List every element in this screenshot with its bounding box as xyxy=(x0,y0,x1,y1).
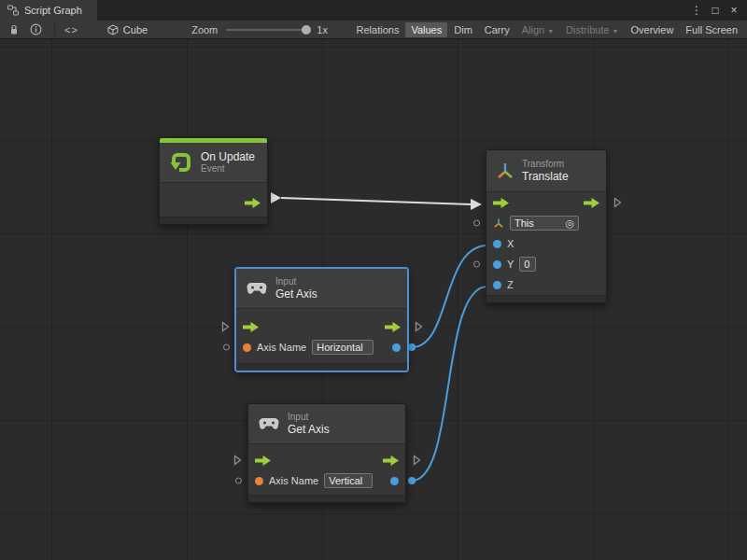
target-picker-icon[interactable]: ◎ xyxy=(565,218,574,229)
script-graph-window: Script Graph ⋮ □ × <> Cube Zoom 1x xyxy=(0,0,747,560)
connection-start-port[interactable] xyxy=(408,477,416,484)
fullscreen-button[interactable]: Full Screen xyxy=(680,22,743,37)
node-header[interactable]: Input Get Axis xyxy=(236,269,407,308)
node-category: Input xyxy=(275,276,317,287)
connection-flow-onupdate-translate[interactable] xyxy=(271,192,482,210)
flow-output-icon[interactable] xyxy=(584,198,599,208)
flow-input-icon[interactable] xyxy=(255,455,271,466)
port-row-y: Y xyxy=(486,254,606,274)
axis-name-label: Axis Name xyxy=(257,342,306,353)
carry-button[interactable]: Carry xyxy=(479,22,515,37)
port-row-axis-name: Axis Name xyxy=(248,470,405,491)
graph-icon xyxy=(7,5,19,16)
y-port-icon[interactable] xyxy=(493,260,501,269)
port-row-axis-name: Axis Name xyxy=(236,337,407,357)
toolbar-divider xyxy=(54,23,55,35)
flow-output-port[interactable] xyxy=(613,197,622,208)
target-row: This ◎ xyxy=(486,213,606,233)
flow-row xyxy=(236,316,407,337)
flow-output-port[interactable] xyxy=(415,321,423,332)
relations-button[interactable]: Relations xyxy=(351,22,405,37)
target-input-port[interactable] xyxy=(473,220,480,227)
distribute-button[interactable]: Distribute▼ xyxy=(560,22,624,37)
this-label: This xyxy=(514,217,534,229)
connection-start-port[interactable] xyxy=(408,343,416,351)
code-preview-icon[interactable]: <> xyxy=(64,24,78,35)
port-row-x: X xyxy=(486,233,606,254)
transform-gizmo-icon xyxy=(496,161,514,180)
graph-canvas[interactable]: On Update Event xyxy=(0,39,747,560)
node-footer xyxy=(236,363,407,371)
graph-target[interactable]: Cube xyxy=(107,24,148,35)
axis-name-input-port[interactable] xyxy=(223,344,230,351)
flow-output-icon[interactable] xyxy=(245,198,261,208)
axis-name-input-port[interactable] xyxy=(235,478,242,484)
flow-output-port[interactable] xyxy=(413,455,421,466)
node-header[interactable]: On Update Event xyxy=(160,143,267,182)
dim-button[interactable]: Dim xyxy=(448,22,478,37)
toolbar-buttons: Relations Values Dim Carry Align▼ Distri… xyxy=(351,22,743,37)
node-title: Translate xyxy=(522,170,569,183)
flow-output-icon[interactable] xyxy=(383,455,399,466)
align-button[interactable]: Align▼ xyxy=(516,22,559,37)
graph-toolbar: <> Cube Zoom 1x Relations Values Dim Car… xyxy=(0,21,747,39)
node-footer xyxy=(248,495,405,502)
y-value-input[interactable] xyxy=(519,257,536,272)
flow-input-icon[interactable] xyxy=(243,322,259,332)
axis-name-label: Axis Name xyxy=(269,475,318,486)
flow-input-port[interactable] xyxy=(221,321,230,332)
result-output-port[interactable] xyxy=(390,477,399,485)
flow-output-icon[interactable] xyxy=(385,322,401,332)
gamepad-icon xyxy=(246,282,268,295)
axis-name-input[interactable] xyxy=(324,473,373,488)
window-close-icon[interactable]: × xyxy=(726,4,742,17)
flow-row xyxy=(248,450,405,470)
node-on-update[interactable]: On Update Event xyxy=(159,137,268,225)
result-output-port[interactable] xyxy=(392,343,401,352)
lock-icon[interactable] xyxy=(6,24,22,35)
node-footer xyxy=(486,295,606,302)
node-header[interactable]: Input Get Axis xyxy=(248,404,405,443)
tab-title: Script Graph xyxy=(24,5,82,16)
zoom-control: Zoom 1x xyxy=(191,24,328,35)
y-label: Y xyxy=(507,259,514,270)
string-port-icon[interactable] xyxy=(243,343,251,352)
node-get-axis-vertical[interactable]: Input Get Axis xyxy=(247,403,406,503)
zoom-label: Zoom xyxy=(191,24,218,35)
node-translate[interactable]: Transform Translate xyxy=(486,149,607,303)
values-button[interactable]: Values xyxy=(405,22,447,37)
cube-icon xyxy=(107,24,119,35)
window-menu-icon[interactable]: ⋮ xyxy=(688,4,705,17)
chevron-down-icon: ▼ xyxy=(547,28,554,35)
info-icon[interactable] xyxy=(27,23,45,35)
node-title: Get Axis xyxy=(288,423,330,436)
on-update-icon xyxy=(169,150,193,175)
y-input-port[interactable] xyxy=(473,261,480,268)
node-category: Input xyxy=(288,412,330,423)
node-header[interactable]: Transform Translate xyxy=(486,150,606,191)
connection-vertical-to-z[interactable] xyxy=(412,287,487,481)
x-label: X xyxy=(507,238,514,249)
gamepad-icon xyxy=(258,417,280,430)
window-maximize-icon[interactable]: □ xyxy=(707,4,724,17)
overview-button[interactable]: Overview xyxy=(626,22,680,37)
window-controls: ⋮ □ × xyxy=(688,0,747,21)
node-title: On Update xyxy=(201,150,255,163)
chevron-down-icon: ▼ xyxy=(613,28,619,35)
node-get-axis-horizontal[interactable]: Input Get Axis xyxy=(235,268,408,371)
graph-target-label: Cube xyxy=(123,24,148,35)
flow-input-icon[interactable] xyxy=(493,198,509,208)
z-label: Z xyxy=(507,279,514,290)
node-footer xyxy=(160,217,267,224)
node-category: Transform xyxy=(522,159,569,170)
axis-name-input[interactable] xyxy=(312,340,374,355)
x-input-port[interactable] xyxy=(493,240,501,248)
flow-row xyxy=(160,192,267,213)
tab-script-graph[interactable]: Script Graph xyxy=(0,0,97,21)
this-dropdown[interactable]: This ◎ xyxy=(510,216,579,231)
z-input-port[interactable] xyxy=(493,281,501,289)
string-port-icon[interactable] xyxy=(255,477,263,485)
flow-input-port[interactable] xyxy=(233,455,242,466)
zoom-slider[interactable] xyxy=(226,29,308,31)
zoom-slider-handle[interactable] xyxy=(302,25,311,35)
